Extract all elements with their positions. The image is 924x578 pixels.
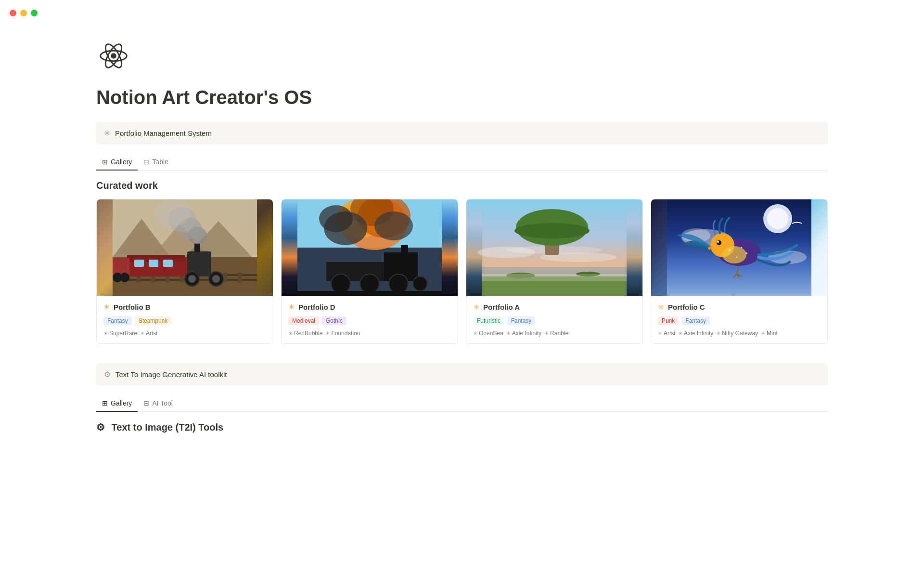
tag-punk: Punk	[658, 316, 679, 325]
page-icon	[96, 39, 828, 75]
tag-futuristic: Futuristic	[473, 316, 504, 325]
svg-point-81	[745, 252, 747, 254]
table-tab-label: Table	[152, 158, 168, 166]
platform-mint: ✳ Mint	[761, 330, 778, 337]
portfolio-tabs: ⊞ Gallery ⊟ Table	[96, 154, 828, 171]
svg-point-24	[188, 275, 196, 283]
svg-point-46	[374, 211, 413, 240]
card-c-icon: ✳	[658, 302, 664, 312]
tab-table[interactable]: ⊟ Table	[138, 154, 174, 171]
ai-gallery-tab-label: Gallery	[111, 399, 132, 407]
svg-rect-33	[149, 260, 158, 267]
curated-work-heading: Curated work	[96, 180, 828, 191]
card-portfolio-b[interactable]: ✳ Portfolio B Fantasy Steampunk ✳ SuperR…	[96, 199, 273, 344]
ai-gallery-tab-icon: ⊞	[102, 399, 108, 407]
svg-point-77	[722, 246, 746, 263]
ai-tool-tab-label: AI Tool	[152, 399, 173, 407]
tag-fantasy-a: Fantasy	[507, 316, 536, 325]
ai-tool-tab-icon: ⊟	[143, 399, 149, 407]
svg-point-37	[120, 273, 129, 282]
card-a-title: Portfolio A	[483, 303, 520, 311]
platform-artsi-c: ✳ Artsi	[658, 330, 675, 337]
svg-rect-49	[401, 245, 408, 255]
card-b-icon: ✳	[103, 302, 110, 312]
card-d-content: ✳ Portfolio D Medieval Gothic ✳ RedBubbl…	[282, 296, 458, 343]
svg-rect-66	[482, 274, 627, 281]
svg-point-61	[514, 223, 590, 238]
svg-point-53	[413, 276, 427, 291]
platform-axie-c: ✳ Axie Infinity	[678, 330, 713, 337]
card-c-image	[651, 199, 827, 296]
ai-tabs: ⊞ Gallery ⊟ AI Tool	[96, 395, 828, 412]
portfolio-block-icon: ✳	[104, 129, 110, 138]
table-tab-icon: ⊟	[143, 158, 149, 166]
tag-gothic: Gothic	[322, 316, 346, 325]
traffic-lights	[10, 10, 38, 16]
traffic-light-yellow[interactable]	[20, 10, 27, 16]
card-d-icon: ✳	[288, 302, 295, 312]
platform-artsi-b: ✳ Artsi	[140, 330, 157, 337]
card-a-title-row: ✳ Portfolio A	[473, 302, 636, 312]
portfolio-block[interactable]: ✳ Portfolio Management System	[96, 122, 828, 144]
gallery-grid: ✳ Portfolio B Fantasy Steampunk ✳ SuperR…	[96, 199, 828, 344]
card-c-content: ✳ Portfolio C Punk Fantasy ✳ Artsi ✳ Axi…	[651, 296, 827, 343]
traffic-light-red[interactable]	[10, 10, 16, 16]
page-title: Notion Art Creator's OS	[96, 87, 828, 108]
svg-point-45	[319, 205, 353, 232]
card-a-icon: ✳	[473, 302, 479, 312]
tag-medieval: Medieval	[288, 316, 319, 325]
t2i-heading-icon: ⚙	[96, 422, 105, 433]
platform-opensea: ✳ OpenSea	[473, 330, 503, 337]
svg-point-76	[717, 241, 719, 243]
tag-fantasy-c: Fantasy	[681, 316, 710, 325]
platform-axie-a: ✳ Axie Infinity	[506, 330, 541, 337]
card-c-title-row: ✳ Portfolio C	[658, 302, 821, 312]
svg-rect-34	[163, 260, 173, 267]
svg-point-80	[736, 257, 738, 258]
card-portfolio-d[interactable]: ✳ Portfolio D Medieval Gothic ✳ RedBubbl…	[281, 199, 458, 344]
platform-nifty-gateway: ✳ Nifty Gateway	[716, 330, 758, 337]
svg-point-75	[717, 240, 721, 245]
svg-point-51	[360, 274, 379, 293]
card-b-image	[97, 199, 273, 296]
card-b-title-row: ✳ Portfolio B	[103, 302, 266, 312]
svg-point-52	[389, 274, 408, 293]
ai-block-label: Text To Image Generative AI toolkit	[116, 370, 227, 379]
card-portfolio-c[interactable]: ✳ Portfolio C Punk Fantasy ✳ Artsi ✳ Axi…	[651, 199, 828, 344]
svg-rect-19	[238, 273, 242, 282]
atom-icon	[96, 39, 131, 73]
card-d-title-row: ✳ Portfolio D	[288, 302, 451, 312]
card-d-tags: Medieval Gothic	[288, 316, 451, 325]
ai-block[interactable]: ⚙ Text To Image Generative AI toolkit	[96, 363, 828, 386]
tab-gallery[interactable]: ⊞ Gallery	[96, 154, 138, 171]
svg-point-0	[111, 53, 116, 59]
svg-point-31	[156, 199, 190, 226]
svg-rect-54	[297, 291, 442, 296]
card-b-tags: Fantasy Steampunk	[103, 316, 266, 325]
svg-point-50	[331, 274, 350, 293]
card-c-title: Portfolio C	[668, 303, 705, 311]
tab-ai-tool[interactable]: ⊟ AI Tool	[138, 395, 179, 412]
mushroom-scene	[466, 199, 642, 296]
traffic-light-green[interactable]	[31, 10, 38, 16]
card-b-title: Portfolio B	[114, 303, 151, 311]
tab-ai-gallery[interactable]: ⊞ Gallery	[96, 395, 138, 412]
card-a-content: ✳ Portfolio A Futuristic Fantasy ✳ OpenS…	[466, 296, 642, 343]
bird-scene	[651, 199, 827, 296]
svg-point-79	[741, 247, 743, 249]
ai-block-icon: ⚙	[104, 370, 111, 379]
train-scene-d	[282, 199, 458, 296]
card-b-content: ✳ Portfolio B Fantasy Steampunk ✳ SuperR…	[97, 296, 273, 343]
card-portfolio-a[interactable]: ✳ Portfolio A Futuristic Fantasy ✳ OpenS…	[466, 199, 643, 344]
card-d-title: Portfolio D	[298, 303, 335, 311]
gallery-tab-icon: ⊞	[102, 158, 108, 166]
card-c-tags: Punk Fantasy	[658, 316, 821, 325]
portfolio-block-label: Portfolio Management System	[115, 129, 212, 137]
tag-fantasy-b: Fantasy	[103, 316, 132, 325]
gallery-tab-label: Gallery	[111, 158, 132, 166]
tag-steampunk: Steampunk	[135, 316, 172, 325]
card-d-image	[282, 199, 458, 296]
svg-rect-35	[113, 258, 129, 275]
t2i-heading: ⚙ Text to Image (T2I) Tools	[96, 421, 828, 433]
platform-superrare: ✳ SuperRare	[103, 330, 137, 337]
